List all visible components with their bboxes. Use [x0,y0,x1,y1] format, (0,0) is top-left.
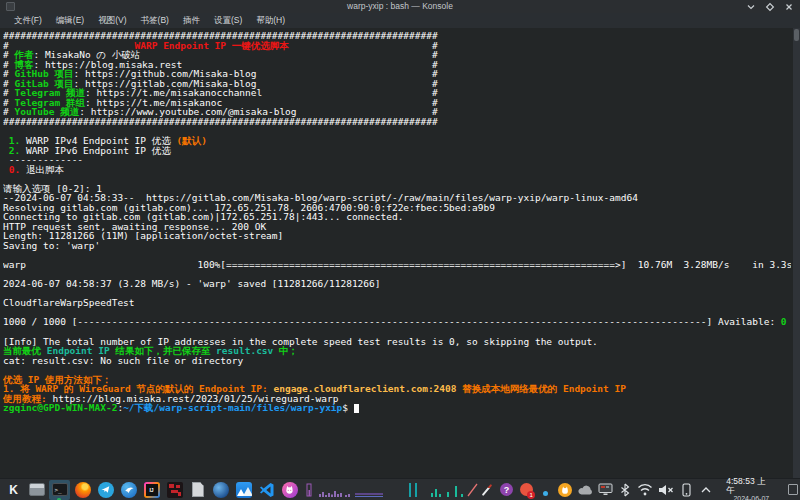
notification-badge: 1 [527,491,535,499]
taskbar-item-mountain-app[interactable] [233,480,254,500]
terminal-lines: ########################################… [3,31,791,478]
terminal-line: 2. WARP IPv6 Endpoint IP 优选 [3,146,791,156]
text-segment: (默认) [176,135,206,146]
maximize-button[interactable] [765,2,775,12]
cloud-icon [577,483,593,496]
window-title: warp-yxip : bash — Konsole [0,0,800,13]
intellij-monogram: IJ [146,484,158,496]
menu-item-1[interactable]: 文件(F) [8,13,48,28]
menu-item-5[interactable]: 插件 [177,13,206,28]
taskbar-item-telegram[interactable] [95,480,116,500]
terminal-line: warp 100%[==============================… [3,260,791,270]
mountain-app-icon [236,482,252,498]
kde-logo-icon: K [9,481,18,499]
show-desktop-button[interactable] [788,484,798,495]
tray-help-app[interactable]: ? [499,482,513,498]
terminal-line [3,365,791,375]
clock-date: 2024-06-07 [733,495,769,500]
titlebar[interactable]: warp-yxip : bash — Konsole [0,0,800,13]
text-segment: ########################################… [3,116,438,127]
tray-wifi[interactable] [637,482,653,498]
tray-blue-dot-app[interactable] [538,482,552,498]
menu-item-6[interactable]: 设置(S) [208,13,248,28]
file-manager-icon [29,483,45,496]
cat-face-icon [284,484,295,495]
wifi-icon [637,483,653,496]
vscode-icon [259,482,275,498]
taskbar-item-intellij[interactable]: IJ [141,480,162,500]
taskbar-item-blue-sphere-app[interactable] [210,480,231,500]
taskbar-item-nekoray[interactable] [279,480,300,500]
terminal-cursor [354,404,360,413]
tray-nekoray[interactable] [558,482,572,498]
menu-item-7[interactable]: 帮助(H) [250,13,291,28]
taskbar-item-falkon[interactable] [118,480,139,500]
menu-item-3[interactable]: 视图(V) [92,13,132,28]
tray-screenshot-tool[interactable] [480,482,494,498]
firefox-icon [75,482,91,498]
taskbar-item-documents[interactable] [187,480,208,500]
terminal-line [3,174,791,184]
text-segment: 退出脚本 [20,164,64,175]
terminal-line: 2024-06-07 04:58:37 (3.28 MB/s) - 'warp'… [3,279,791,289]
menu-item-2[interactable]: 编辑(E) [50,13,90,28]
menu-item-4[interactable]: 书签(B) [135,13,175,28]
tray-kdeconnect[interactable] [679,482,693,498]
text-segment: 中； [273,345,298,356]
close-icon [784,2,794,12]
terminal-line: Length: 11281266 (11M) [application/octe… [3,231,791,241]
bluetooth-icon [620,483,630,497]
scrollbar-thumb[interactable] [794,29,799,41]
chevron-up-icon [700,485,712,495]
terminal[interactable]: ########################################… [0,28,800,478]
terminal-line: cat: result.csv: No such file or directo… [3,356,791,366]
document-icon [192,482,204,497]
system-monitor-graphs[interactable] [305,481,480,499]
monitor-icon [598,483,613,496]
red-pixel-art-icon [167,482,183,498]
tray-display-settings[interactable] [598,482,613,498]
bird-icon [123,484,135,496]
volume-muted-icon [658,484,674,496]
tray-messenger-notification[interactable]: 1 [519,482,533,498]
system-tray: ? 1 [480,477,800,500]
text-segment: Saving to: 'warp' [3,240,100,251]
tray-bluetooth[interactable] [618,482,632,498]
text-segment: 1000 / 1000 [---------------------------… [3,316,781,327]
minimize-button[interactable] [746,2,756,12]
terminal-scrollbar[interactable] [793,28,800,478]
terminal-line: ########################################… [3,117,791,127]
desktop: warp-yxip : bash — Konsole 文件(F)编辑(E)视图(… [0,0,800,500]
taskbar-item-file-manager[interactable] [26,480,47,500]
tray-volume[interactable] [658,482,674,498]
text-segment: 2024-06-07 04:58:37 (3.28 MB/s) - 'warp'… [3,278,381,289]
intellij-idea-icon: IJ [144,482,160,498]
taskbar-item-firefox[interactable] [72,480,93,500]
terminal-line: CloudflareWarpSpeedTest [3,298,791,308]
taskbar-item-vscode[interactable] [256,480,277,500]
phone-icon [682,483,691,497]
terminal-line: 0. 退出脚本 [3,165,791,175]
tray-expand-button[interactable] [699,482,713,498]
close-button[interactable] [784,2,794,12]
blue-dot-icon [543,491,548,496]
cat-tray-icon [558,483,572,497]
cat-app-icon [282,482,298,498]
text-segment: warp 100%[==============================… [3,259,791,270]
terminal-icon: >_ [52,483,68,496]
app-launcher-button[interactable]: K [3,480,24,500]
text-segment: ~/下载/warp-script-main/files/warp-yxip [123,402,342,413]
tray-cloud-sync[interactable] [577,482,593,498]
clock-widget[interactable]: 4:58:53 上午 2024-06-07 [726,477,769,500]
terminal-line: 1000 / 1000 [---------------------------… [3,317,791,327]
text-segment: 0 [781,316,787,327]
window-controls [746,0,794,13]
terminal-line: Saving to: 'warp' [3,241,791,251]
text-segment: zgqinc@GPD-WIN-MAX-2 [3,402,117,413]
taskbar: K >_ IJ [0,478,800,500]
menu-bar: 文件(F)编辑(E)视图(V)书签(B)插件设置(S)帮助(H) [0,13,800,28]
taskbar-item-red-pixel-app[interactable] [164,480,185,500]
text-segment: $ [342,402,353,413]
taskbar-item-konsole-active[interactable]: >_ [49,480,70,500]
paper-plane-icon [100,484,111,495]
